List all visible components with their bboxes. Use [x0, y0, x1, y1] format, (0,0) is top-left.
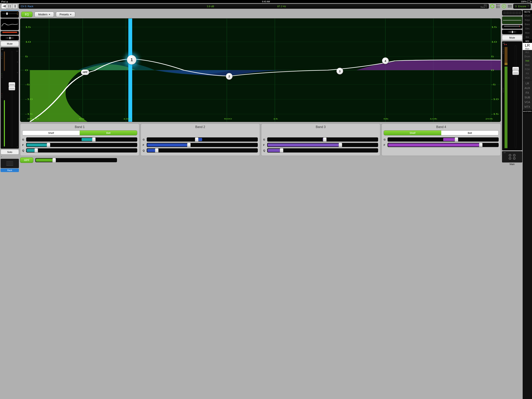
- channel-fader-cap-2[interactable]: [9, 86, 15, 90]
- presets-dropdown[interactable]: Presets: [56, 12, 75, 17]
- view-channel-icon[interactable]: [1, 4, 7, 9]
- svg-text:5: 5: [25, 55, 28, 58]
- pan-thumb[interactable]: [0, 36, 19, 40]
- device-label: iPad: [1, 0, 6, 3]
- channel-info-strip[interactable]: Ch 5: Rack 3.9 dB 87.2 Hz EQBand 1: [19, 4, 247, 9]
- hpf-row: HPF: [20, 157, 247, 163]
- eq-thumb[interactable]: [0, 19, 19, 30]
- svg-text:-15: -15: [25, 113, 33, 115]
- view-faders-icon[interactable]: [7, 4, 12, 9]
- top-toolbar: Ch 5: Rack 3.9 dB 87.2 Hz EQBand 1 3 Enc…: [0, 3, 247, 9]
- chevron-down-icon: [70, 14, 71, 15]
- svg-rect-20: [128, 19, 132, 122]
- band1-panel: Band 1 Shelf Bell G F Q: [20, 123, 139, 156]
- svg-text:20 Hz: 20 Hz: [27, 118, 39, 120]
- band2-q-slider[interactable]: [147, 148, 247, 153]
- gain-thumb[interactable]: A B: [0, 11, 19, 18]
- dynamics-thumb[interactable]: [0, 31, 19, 35]
- chevron-down-icon: [49, 14, 50, 15]
- mute-button[interactable]: Mute: [0, 41, 19, 46]
- channel-name: Ch 5: Rack: [21, 5, 33, 8]
- channel-icon[interactable]: [0, 159, 19, 168]
- svg-rect-0: [9, 37, 11, 39]
- status-bar: iPad▲ 8:43 AM 100%: [0, 0, 247, 3]
- eq-graph[interactable]: 151050 -5-10-15 151050 -5-10-15 20 Hz501…: [20, 18, 247, 122]
- view-mode-segment[interactable]: [1, 4, 18, 9]
- svg-text:-5: -5: [25, 83, 30, 86]
- view-single-icon[interactable]: [12, 4, 18, 9]
- svg-text:500: 500: [224, 118, 232, 120]
- eq-node-band2[interactable]: 2: [226, 73, 233, 80]
- svg-text:0: 0: [25, 69, 28, 71]
- eq-enable-button[interactable]: EQ: [21, 12, 32, 17]
- eq-mode-dropdown[interactable]: Modern: [34, 12, 54, 17]
- band2-freq-slider[interactable]: [147, 143, 247, 147]
- channel-label: Rack: [0, 168, 19, 172]
- svg-text:15: 15: [25, 26, 31, 28]
- solo-button[interactable]: Solo: [0, 149, 19, 154]
- wifi-icon: ▲: [6, 0, 8, 3]
- hpf-enable-button[interactable]: HPF: [20, 157, 33, 163]
- svg-rect-3: [6, 163, 13, 163]
- band1-gain-slider[interactable]: [26, 137, 137, 142]
- band1-freq-slider[interactable]: [26, 143, 137, 147]
- hpf-freq-slider[interactable]: [35, 158, 117, 162]
- band2-gain-slider[interactable]: [147, 137, 247, 142]
- svg-text:100: 100: [123, 118, 131, 120]
- band2-panel: Band 2 G F Q: [141, 123, 247, 156]
- svg-text:50: 50: [79, 118, 84, 120]
- channel-fader-meter[interactable]: LR 1 2 3 4 1 2 3 1 2 3 10 5 0 ∞: [0, 47, 19, 149]
- gain-readout: 3.9 dB: [207, 5, 214, 8]
- band1-q-slider[interactable]: [26, 148, 137, 153]
- svg-text:-10: -10: [25, 98, 33, 100]
- channel-strip-left: A B Mute LR 1 2 3 4 1 2 3 1 2 3 10 5 0 ∞…: [0, 10, 19, 186]
- band1-type-toggle[interactable]: Shelf Bell: [22, 130, 137, 135]
- eq-node-hpf[interactable]: HPF: [81, 70, 89, 75]
- eq-node-band1[interactable]: 1: [127, 55, 136, 64]
- channel-fader-cap[interactable]: [9, 82, 15, 86]
- svg-rect-4: [6, 164, 13, 165]
- eq-editor: EQ Modern Presets 15: [20, 10, 247, 186]
- svg-text:10: 10: [25, 40, 31, 43]
- svg-rect-2: [6, 162, 13, 162]
- band-controls-row: Band 1 Shelf Bell G F Q Band 2 G: [20, 123, 247, 156]
